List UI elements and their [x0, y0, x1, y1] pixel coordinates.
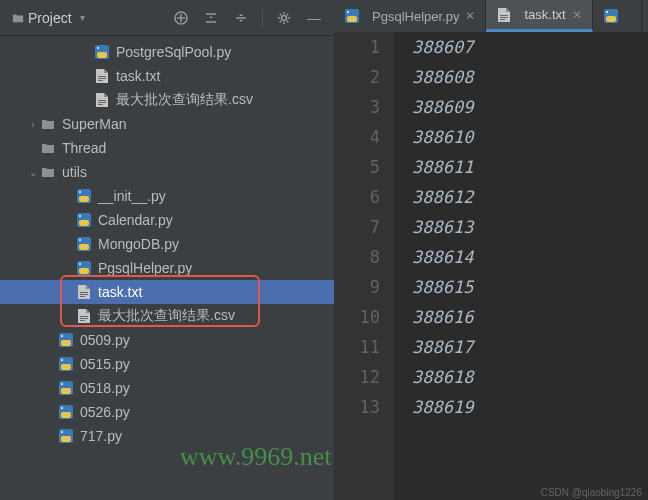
tree-item[interactable]: 最大批次查询结果.csv	[0, 88, 334, 112]
credit-text: CSDN @qiaobing1226	[541, 487, 642, 498]
tree-item-label: 0509.py	[80, 332, 130, 348]
tree-item[interactable]: ⌄utils	[0, 160, 334, 184]
tree-item-label: Calendar.py	[98, 212, 173, 228]
code-line: 388613	[412, 212, 648, 242]
tree-item-label: task.txt	[98, 284, 142, 300]
txt-icon	[77, 284, 91, 300]
settings-icon[interactable]	[272, 6, 296, 30]
editor-body[interactable]: 12345678910111213 3886073886083886093886…	[334, 32, 648, 500]
tree-item-label: 717.py	[80, 428, 122, 444]
py-icon	[94, 44, 110, 60]
select-opened-icon[interactable]	[169, 6, 193, 30]
tree-item[interactable]: 0526.py	[0, 400, 334, 424]
py-icon	[58, 332, 74, 348]
tree-item-label: 0526.py	[80, 404, 130, 420]
close-icon[interactable]: ✕	[465, 9, 475, 23]
line-gutter: 12345678910111213	[334, 32, 394, 500]
tree-item-label: MongoDB.py	[98, 236, 179, 252]
fold-icon	[41, 141, 55, 155]
tree-item-label: task.txt	[116, 68, 160, 84]
txt-icon	[95, 92, 109, 108]
editor-tab[interactable]: PgsqlHelper.py✕	[334, 0, 486, 32]
tree-arrow-icon: ›	[26, 119, 40, 130]
code-line: 388608	[412, 62, 648, 92]
line-number: 4	[334, 122, 380, 152]
line-number: 1	[334, 32, 380, 62]
tree-item[interactable]: task.txt	[0, 280, 334, 304]
py-icon	[76, 188, 92, 204]
txt-icon	[497, 7, 511, 23]
editor-tab[interactable]	[593, 0, 642, 32]
line-number: 2	[334, 62, 380, 92]
tree-item[interactable]: 0509.py	[0, 328, 334, 352]
editor-tab[interactable]: task.txt✕	[486, 0, 592, 32]
code-line: 388618	[412, 362, 648, 392]
tree-item-label: Thread	[62, 140, 106, 156]
code-line: 388616	[412, 302, 648, 332]
py-icon	[603, 8, 619, 24]
code-line: 388614	[412, 242, 648, 272]
tree-item[interactable]: ›SuperMan	[0, 112, 334, 136]
tree-item[interactable]: 717.py	[0, 424, 334, 448]
project-icon	[12, 12, 24, 24]
code-line: 388611	[412, 152, 648, 182]
line-number: 11	[334, 332, 380, 362]
line-number: 10	[334, 302, 380, 332]
tree-item-label: 0518.py	[80, 380, 130, 396]
code-line: 388609	[412, 92, 648, 122]
line-number: 8	[334, 242, 380, 272]
txt-icon	[77, 308, 91, 324]
code-line: 388612	[412, 182, 648, 212]
py-icon	[76, 236, 92, 252]
svg-point-12	[282, 15, 287, 20]
close-icon[interactable]: ✕	[572, 8, 582, 22]
tree-item-label: utils	[62, 164, 87, 180]
project-tree[interactable]: PostgreSqlPool.pytask.txt最大批次查询结果.csv›Su…	[0, 36, 334, 500]
tree-item[interactable]: 0515.py	[0, 352, 334, 376]
py-icon	[76, 212, 92, 228]
py-icon	[58, 428, 74, 444]
tree-item-label: PostgreSqlPool.py	[116, 44, 231, 60]
chevron-down-icon: ▾	[76, 12, 90, 23]
tree-item[interactable]: __init__.py	[0, 184, 334, 208]
project-title-dropdown[interactable]: Project ▾	[8, 6, 94, 30]
line-number: 3	[334, 92, 380, 122]
code-line: 388619	[412, 392, 648, 422]
tree-item[interactable]: 最大批次查询结果.csv	[0, 304, 334, 328]
tree-item[interactable]: 0518.py	[0, 376, 334, 400]
tab-label: PgsqlHelper.py	[372, 9, 459, 24]
code-line: 388617	[412, 332, 648, 362]
tree-item-label: __init__.py	[98, 188, 166, 204]
tree-item[interactable]: task.txt	[0, 64, 334, 88]
tree-item[interactable]: Calendar.py	[0, 208, 334, 232]
project-label: Project	[28, 10, 72, 26]
tree-item[interactable]: PostgreSqlPool.py	[0, 40, 334, 64]
tree-item-label: 0515.py	[80, 356, 130, 372]
minimize-icon[interactable]: —	[302, 6, 326, 30]
code-line: 388610	[412, 122, 648, 152]
tree-item[interactable]: MongoDB.py	[0, 232, 334, 256]
py-icon	[76, 260, 92, 276]
tree-item[interactable]: Thread	[0, 136, 334, 160]
tab-label: task.txt	[524, 7, 565, 22]
code-area[interactable]: 3886073886083886093886103886113886123886…	[394, 32, 648, 500]
editor-tabs: PgsqlHelper.py✕task.txt✕	[334, 0, 648, 32]
code-line: 388615	[412, 272, 648, 302]
expand-all-icon[interactable]	[199, 6, 223, 30]
line-number: 5	[334, 152, 380, 182]
project-sidebar: Project ▾ — PostgreSqlPool.pytask.txt最大批…	[0, 0, 334, 500]
fold-icon	[41, 117, 55, 131]
py-icon	[344, 8, 360, 24]
fold-icon	[41, 165, 55, 179]
tree-item-label: PgsqlHelper.py	[98, 260, 192, 276]
tree-item[interactable]: PgsqlHelper.py	[0, 256, 334, 280]
line-number: 7	[334, 212, 380, 242]
project-toolbar: Project ▾ —	[0, 0, 334, 36]
line-number: 13	[334, 392, 380, 422]
line-number: 9	[334, 272, 380, 302]
collapse-all-icon[interactable]	[229, 6, 253, 30]
tree-item-label: 最大批次查询结果.csv	[116, 91, 253, 109]
py-icon	[58, 380, 74, 396]
line-number: 6	[334, 182, 380, 212]
editor-pane: PgsqlHelper.py✕task.txt✕ 123456789101112…	[334, 0, 648, 500]
